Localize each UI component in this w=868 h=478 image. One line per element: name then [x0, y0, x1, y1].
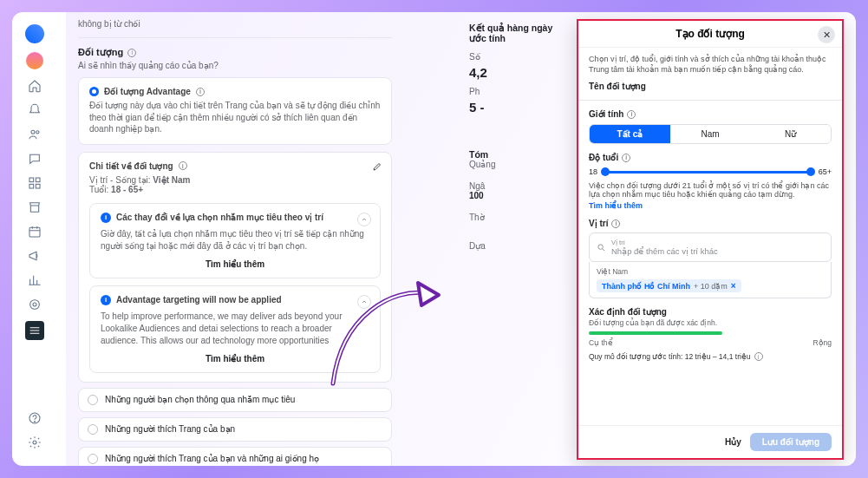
info-icon[interactable]: i — [622, 154, 630, 162]
edit-icon[interactable] — [372, 161, 382, 174]
audience-definition-meter — [589, 331, 722, 335]
location-input[interactable]: Vị trí Nhập để thêm các vị trí khác — [589, 232, 832, 262]
settings-icon[interactable] — [27, 435, 42, 450]
info-dot-icon: i — [101, 213, 111, 223]
audience-option-row[interactable]: Những người bạn chọn thông qua nhắm mục … — [78, 388, 392, 412]
svg-point-0 — [31, 130, 35, 134]
svg-point-8 — [33, 303, 36, 306]
radio-icon — [88, 395, 98, 405]
gender-female-tab[interactable]: Nữ — [750, 125, 831, 143]
age-warning: Việc chọn đối tượng dưới 21 tuổi ở một s… — [589, 181, 832, 199]
learn-more-link[interactable]: Tìm hiểu thêm — [589, 201, 643, 210]
slider-thumb-max[interactable] — [806, 167, 815, 176]
audience-option-row[interactable]: Những người thích Trang của bạn — [78, 417, 392, 442]
calendar-icon[interactable] — [27, 224, 42, 239]
info-icon[interactable]: i — [179, 161, 187, 170]
help-icon[interactable] — [27, 410, 42, 426]
svg-rect-4 — [29, 184, 34, 188]
info-icon[interactable]: i — [627, 110, 636, 119]
avatar[interactable] — [26, 52, 43, 69]
adv-audience-desc: Đối tượng này dựa vào chi tiết trên Tran… — [89, 100, 381, 135]
audience-name-label: Tên đối tượng — [589, 82, 832, 91]
svg-rect-3 — [36, 178, 40, 182]
radio-icon — [88, 454, 98, 464]
chart-icon[interactable] — [27, 272, 42, 288]
advantage-audience-card[interactable]: Đối tượng Advantage i Đối tượng này dựa … — [78, 77, 392, 145]
info-icon[interactable]: i — [127, 49, 136, 57]
audience-sub: Ai sẽ nhìn thấy quảng cáo của bạn? — [78, 61, 392, 70]
audience-detail-card: Chi tiết về đối tượng i Vị trí - Sống tạ… — [78, 152, 392, 383]
svg-rect-2 — [29, 178, 34, 182]
info-dot-icon: i — [101, 295, 111, 305]
info-icon[interactable]: i — [754, 352, 763, 361]
home-icon[interactable] — [27, 78, 42, 94]
learn-more-link[interactable]: Tìm hiểu thêm — [101, 259, 369, 269]
info-icon[interactable]: i — [611, 219, 620, 228]
search-icon — [597, 243, 606, 252]
learn-more-link[interactable]: Tìm hiểu thêm — [101, 354, 369, 363]
detail-title: Chi tiết về đối tượng — [89, 161, 173, 171]
left-sidebar — [12, 19, 57, 466]
svg-rect-6 — [29, 227, 40, 237]
gender-all-tab[interactable]: Tất cả — [590, 125, 670, 143]
estimate-panel-peek: Kết quả hàng ngày ước tính Số 4,2 Ph 5 -… — [469, 23, 565, 251]
svg-point-10 — [35, 422, 36, 422]
create-audience-dialog: Tạo đối tượng ✕ Chọn vị trí, độ tuổi, gi… — [577, 19, 844, 460]
dialog-header: Tạo đối tượng ✕ — [578, 21, 842, 48]
info-icon[interactable]: i — [196, 88, 205, 96]
meta-logo — [25, 24, 44, 43]
save-audience-button[interactable]: Lưu đối tượng — [750, 433, 832, 451]
people-icon[interactable] — [27, 127, 42, 142]
menu-active-icon[interactable] — [25, 321, 44, 340]
age-slider[interactable]: 18 65+ — [589, 167, 832, 176]
svg-point-11 — [33, 441, 36, 444]
advantage-targeting-note: iAdvantage targeting will now be applied… — [89, 285, 381, 373]
svg-rect-5 — [36, 184, 40, 188]
location-chip[interactable]: Thành phố Hồ Chí Minh + 10 dặm × — [597, 279, 741, 292]
radio-icon — [88, 424, 98, 435]
location-targeting-note: iCác thay đổi về lựa chọn nhắm mục tiêu … — [89, 203, 381, 278]
svg-point-12 — [598, 245, 604, 250]
adv-audience-title: Đối tượng Advantage — [104, 87, 191, 96]
gender-segment: Tất cả Nam Nữ — [589, 124, 832, 144]
megaphone-icon[interactable] — [27, 248, 42, 264]
dialog-title: Tạo đối tượng — [675, 28, 745, 40]
radio-selected-icon — [89, 87, 99, 96]
audience-option-row[interactable]: Những người thích Trang của bạn và những… — [78, 447, 392, 467]
location-selection: Việt Nam Thành phố Hồ Chí Minh + 10 dặm … — [589, 262, 832, 298]
chevron-up-icon[interactable] — [357, 213, 371, 226]
dialog-desc: Chọn vị trí, độ tuổi, giới tính và sở th… — [589, 55, 832, 75]
remove-chip-icon[interactable]: × — [731, 281, 736, 291]
gender-male-tab[interactable]: Nam — [670, 125, 751, 143]
chevron-up-icon[interactable] — [357, 295, 371, 309]
close-icon[interactable]: ✕ — [818, 26, 835, 43]
chat-icon[interactable] — [27, 151, 42, 167]
bell-icon[interactable] — [27, 102, 42, 118]
target-icon[interactable] — [27, 297, 42, 312]
grid-icon[interactable] — [27, 175, 42, 191]
audience-heading: Đối tượng — [78, 47, 123, 58]
cancel-button[interactable]: Hủy — [725, 437, 741, 447]
rejected-note: không bị từ chối — [78, 19, 392, 29]
storefront-icon[interactable] — [27, 200, 42, 215]
svg-point-1 — [36, 131, 39, 134]
slider-thumb-min[interactable] — [601, 167, 610, 176]
svg-point-7 — [30, 300, 40, 310]
